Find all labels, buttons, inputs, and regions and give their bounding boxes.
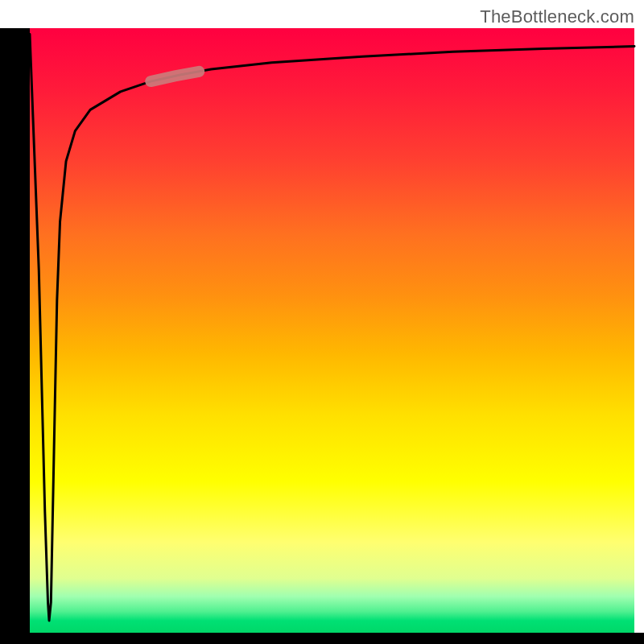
y-axis-bar xyxy=(0,28,30,633)
watermark-text: TheBottleneck.com xyxy=(480,6,634,27)
curve-path xyxy=(30,35,634,621)
highlight-segment xyxy=(151,72,199,81)
x-axis-bar xyxy=(0,633,644,644)
curve-layer xyxy=(30,28,634,633)
chart-frame: TheBottleneck.com xyxy=(0,0,644,644)
